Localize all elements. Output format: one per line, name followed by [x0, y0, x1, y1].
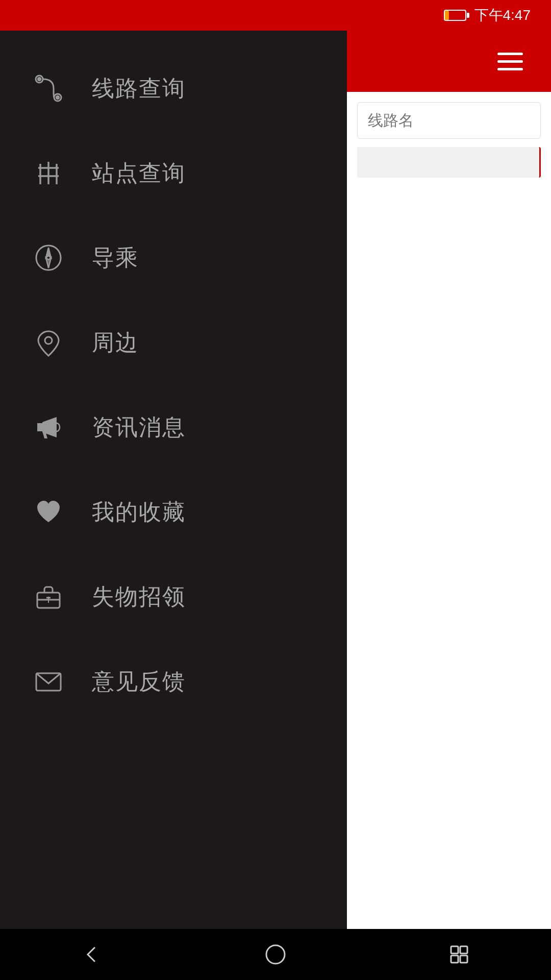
- menu-list: 线路查询 站点查询: [0, 31, 347, 928]
- home-button[interactable]: [255, 934, 296, 975]
- hamburger-line-3: [497, 68, 523, 70]
- svg-point-19: [266, 945, 285, 964]
- svg-point-12: [45, 337, 52, 344]
- sidebar-item-label-news: 资讯消息: [92, 412, 186, 443]
- heart-icon: [31, 494, 66, 530]
- sidebar-item-label-station-query: 站点查询: [92, 158, 186, 188]
- recent-button[interactable]: [439, 934, 480, 975]
- svg-rect-23: [460, 955, 467, 963]
- battery-icon: [444, 10, 466, 21]
- right-panel: [347, 31, 551, 980]
- sidebar-item-nearby[interactable]: 周边: [0, 300, 347, 385]
- sidebar-item-label-lost-found: 失物招领: [92, 582, 186, 612]
- sidebar-item-label-navigation: 导乘: [92, 243, 139, 273]
- svg-rect-22: [451, 955, 458, 963]
- megaphone-icon: [31, 409, 66, 445]
- sidebar-item-station-query[interactable]: 站点查询: [0, 131, 347, 215]
- hamburger-button[interactable]: [490, 41, 531, 82]
- hamburger-icon: [497, 53, 523, 70]
- sidebar-item-label-feedback: 意见反馈: [92, 667, 186, 697]
- sidebar-item-label-favorites: 我的收藏: [92, 497, 186, 527]
- sidebar-item-label-route-query: 线路查询: [92, 74, 186, 104]
- sidebar-item-feedback[interactable]: 意见反馈: [0, 639, 347, 724]
- svg-rect-20: [451, 946, 458, 953]
- sidebar-item-route-query[interactable]: 线路查询: [0, 46, 347, 131]
- hamburger-line-1: [497, 53, 523, 55]
- svg-marker-10: [46, 248, 51, 258]
- route-icon: [31, 70, 66, 106]
- secondary-bar: [357, 147, 541, 178]
- sidebar-item-news[interactable]: 资讯消息: [0, 385, 347, 470]
- sidebar-item-label-nearby: 周边: [92, 328, 139, 358]
- svg-rect-21: [460, 946, 467, 953]
- hamburger-line-2: [497, 60, 523, 63]
- station-icon: [31, 155, 66, 191]
- route-search-input[interactable]: [357, 102, 541, 139]
- right-header: [347, 31, 551, 92]
- sidebar-item-navigation[interactable]: 导乘: [0, 215, 347, 300]
- bottom-navigation: [0, 929, 551, 980]
- location-icon: [31, 325, 66, 360]
- svg-point-2: [38, 78, 41, 81]
- svg-point-3: [56, 96, 59, 99]
- briefcase-icon: [31, 579, 66, 615]
- status-time: 下午4:47: [474, 6, 531, 25]
- svg-marker-11: [46, 258, 51, 268]
- compass-icon: [31, 240, 66, 276]
- sidebar-drawer: 线路查询 站点查询: [0, 31, 347, 980]
- sidebar-item-favorites[interactable]: 我的收藏: [0, 470, 347, 554]
- sidebar-item-lost-found[interactable]: 失物招领: [0, 554, 347, 639]
- search-container: [347, 92, 551, 139]
- app-container: 线路查询 站点查询: [0, 31, 551, 980]
- mail-icon: [31, 664, 66, 699]
- status-bar: 下午4:47: [0, 0, 551, 31]
- battery-fill: [445, 11, 449, 20]
- back-button[interactable]: [71, 934, 112, 975]
